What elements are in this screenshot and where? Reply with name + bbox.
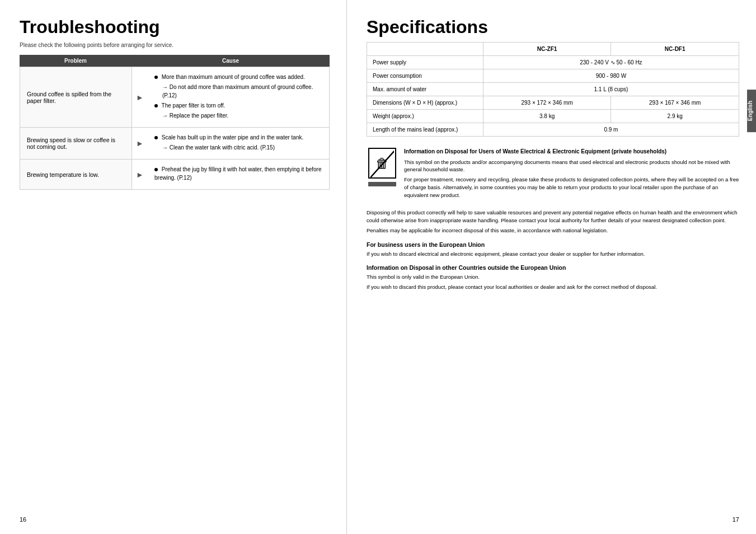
cause-cell-3: Preheat the jug by filling it with hot w… — [148, 160, 329, 189]
disposal-section: 🗑 Information on Disposal for Users of W… — [367, 148, 739, 201]
spec-value-cell-1: 293 × 172 × 346 mm — [483, 96, 611, 110]
spec-label-cell: Power consumption — [367, 69, 483, 83]
bullet-icon — [154, 136, 158, 139]
spec-label-cell: Max. amount of water — [367, 83, 483, 96]
bullet-icon — [154, 76, 158, 79]
business-section-heading: For business users in the European Union — [367, 241, 739, 248]
problem-cell-3: Brewing temperature is low. — [20, 160, 132, 189]
spec-value-cell: 900 - 980 W — [483, 69, 739, 83]
page-number-right: 17 — [732, 516, 739, 523]
spec-row: Length of the mains lead (approx.)0.9 m — [367, 123, 739, 137]
spec-label-cell: Dimensions (W × D × H) (approx.) — [367, 96, 483, 110]
business-section-text: If you wish to discard electrical and el… — [367, 250, 739, 258]
disposal-heading: Information on Disposal for Users of Was… — [404, 148, 739, 156]
cross-overlay-icon — [370, 149, 394, 177]
spec-value-cell-1: 3.8 kg — [483, 110, 611, 123]
spec-row: Weight (approx.)3.8 kg2.9 kg — [367, 110, 739, 123]
spec-row: Power consumption900 - 980 W — [367, 69, 739, 83]
spec-value-cell: 1.1 L (8 cups) — [483, 83, 739, 96]
disposal-para-4: Penalties may be applicable for incorrec… — [367, 227, 739, 235]
disposal-text: Information on Disposal for Users of Was… — [404, 148, 739, 201]
specifications-title: Specifications — [367, 17, 739, 38]
table-row: Brewing temperature is low. ► Preheat th… — [20, 160, 329, 189]
troubleshooting-page: Troubleshooting Please check the followi… — [0, 0, 347, 534]
spec-value-cell-2: 2.9 kg — [611, 110, 739, 123]
bullet-icon — [154, 168, 158, 171]
spec-label-cell: Length of the mains lead (approx.) — [367, 123, 483, 137]
header-problem: Problem — [20, 55, 132, 67]
trouble-table-header: Problem Cause — [20, 55, 330, 67]
svg-line-0 — [370, 149, 394, 177]
troubleshooting-title: Troubleshooting — [20, 17, 330, 38]
waste-icon: 🗑 — [367, 148, 397, 201]
table-row: Brewing speed is slow or coffee is not c… — [20, 128, 329, 160]
specifications-page: Specifications NC-ZF1 NC-DF1 Power suppl… — [347, 0, 756, 534]
bullet-icon — [154, 104, 158, 107]
spec-label-cell: Power supply — [367, 56, 483, 69]
waste-bar-icon — [368, 182, 396, 186]
other-countries-heading: Information on Disposal in other Countri… — [367, 264, 739, 271]
spec-row: Power supply230 - 240 V ∿ 50 - 60 Hz — [367, 56, 739, 69]
other-countries-para-2: If you wish to discard this product, ple… — [367, 283, 739, 291]
table-row: Ground coffee is spilled from the paper … — [20, 67, 329, 128]
disposal-para-3: Disposing of this product correctly will… — [367, 209, 739, 224]
spec-label-cell: Weight (approx.) — [367, 110, 483, 123]
header-cause: Cause — [132, 55, 330, 67]
problem-cell-2: Brewing speed is slow or coffee is not c… — [20, 128, 132, 159]
spec-value-cell: 230 - 240 V ∿ 50 - 60 Hz — [483, 56, 739, 69]
troubleshooting-subtitle: Please check the following points before… — [20, 42, 330, 48]
spec-col-ncf1: NC-ZF1 — [483, 43, 611, 56]
disposal-para-1: This symbol on the products and/or accom… — [404, 158, 739, 174]
spec-col-ncd1: NC-DF1 — [611, 43, 739, 56]
spec-row: Max. amount of water1.1 L (8 cups) — [367, 83, 739, 96]
page-number-left: 16 — [20, 516, 26, 523]
trouble-rows: Ground coffee is spilled from the paper … — [20, 67, 330, 190]
waste-bin-icon: 🗑 — [368, 148, 396, 179]
spec-value-cell-2: 293 × 167 × 346 mm — [611, 96, 739, 110]
spec-col-label — [367, 43, 483, 56]
other-countries-para-1: This symbol is only valid in the Europea… — [367, 273, 739, 281]
arrow-icon-3: ► — [132, 160, 148, 189]
spec-value-cell: 0.9 m — [483, 123, 739, 137]
spec-row: Dimensions (W × D × H) (approx.)293 × 17… — [367, 96, 739, 110]
cause-cell-2: Scale has built up in the water pipe and… — [148, 128, 329, 159]
disposal-para-2: For proper treatment, recovery and recyc… — [404, 176, 739, 199]
arrow-icon-1: ► — [132, 67, 148, 127]
arrow-icon-2: ► — [132, 128, 148, 159]
problem-cell-1: Ground coffee is spilled from the paper … — [20, 67, 132, 127]
cause-cell-1: More than maximum amount of ground coffe… — [148, 67, 329, 127]
spec-table: NC-ZF1 NC-DF1 Power supply230 - 240 V ∿ … — [367, 42, 739, 137]
language-tab: English — [747, 90, 756, 132]
